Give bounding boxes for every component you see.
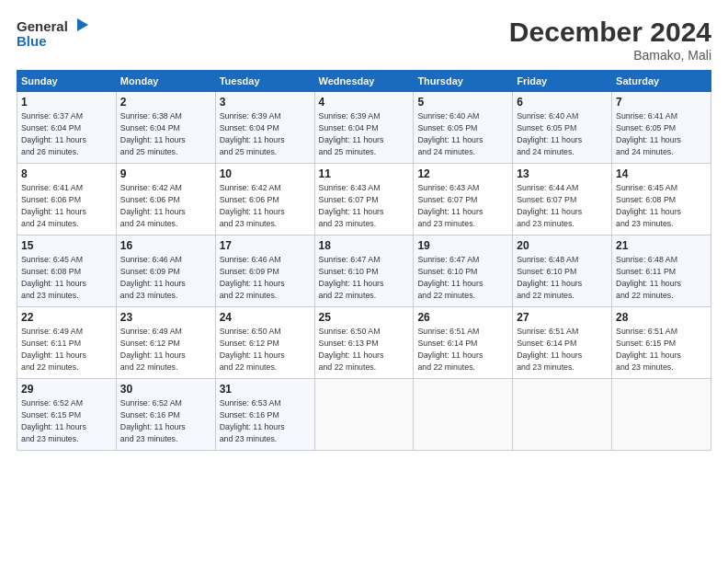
day-number: 20: [517, 239, 608, 252]
table-row: 30Sunrise: 6:52 AMSunset: 6:16 PMDayligh…: [116, 379, 215, 451]
table-row: 6Sunrise: 6:40 AMSunset: 6:05 PMDaylight…: [513, 92, 612, 164]
header-friday: Friday: [513, 71, 612, 92]
day-info: Sunrise: 6:47 AMSunset: 6:10 PMDaylight:…: [417, 255, 483, 300]
day-number: 22: [21, 311, 112, 324]
page: General Blue December 2024 Bamako, Mali …: [0, 0, 728, 563]
day-info: Sunrise: 6:43 AMSunset: 6:07 PMDaylight:…: [417, 183, 483, 228]
day-info: Sunrise: 6:53 AMSunset: 6:16 PMDaylight:…: [220, 398, 285, 443]
day-info: Sunrise: 6:41 AMSunset: 6:06 PMDaylight:…: [21, 183, 86, 228]
table-row: 31Sunrise: 6:53 AMSunset: 6:16 PMDayligh…: [215, 379, 314, 451]
calendar-week-4: 22Sunrise: 6:49 AMSunset: 6:11 PMDayligh…: [17, 307, 711, 379]
table-row: 1Sunrise: 6:37 AMSunset: 6:04 PMDaylight…: [17, 92, 117, 164]
svg-marker-0: [77, 18, 88, 31]
day-info: Sunrise: 6:41 AMSunset: 6:05 PMDaylight:…: [616, 111, 681, 156]
day-info: Sunrise: 6:52 AMSunset: 6:16 PMDaylight:…: [120, 398, 186, 443]
day-info: Sunrise: 6:39 AMSunset: 6:04 PMDaylight:…: [220, 111, 285, 156]
day-number: 30: [120, 383, 211, 396]
day-info: Sunrise: 6:49 AMSunset: 6:12 PMDaylight:…: [120, 327, 186, 372]
header-thursday: Thursday: [414, 71, 513, 92]
table-row: 19Sunrise: 6:47 AMSunset: 6:10 PMDayligh…: [414, 236, 513, 307]
calendar-week-2: 8Sunrise: 6:41 AMSunset: 6:06 PMDaylight…: [17, 164, 711, 236]
header: General Blue December 2024 Bamako, Mali: [17, 17, 711, 63]
day-number: 24: [220, 311, 311, 324]
day-number: 6: [517, 96, 608, 109]
day-number: 13: [517, 167, 608, 180]
table-row: 16Sunrise: 6:46 AMSunset: 6:09 PMDayligh…: [116, 236, 215, 307]
header-sunday: Sunday: [17, 71, 117, 92]
day-info: Sunrise: 6:42 AMSunset: 6:06 PMDaylight:…: [120, 183, 186, 228]
table-row: 4Sunrise: 6:39 AMSunset: 6:04 PMDaylight…: [314, 92, 414, 164]
day-info: Sunrise: 6:42 AMSunset: 6:06 PMDaylight:…: [220, 183, 285, 228]
table-row: 29Sunrise: 6:52 AMSunset: 6:15 PMDayligh…: [17, 379, 117, 451]
day-number: 16: [120, 239, 211, 252]
day-number: 7: [616, 96, 707, 109]
day-info: Sunrise: 6:52 AMSunset: 6:15 PMDaylight:…: [21, 398, 86, 443]
header-wednesday: Wednesday: [314, 71, 414, 92]
day-info: Sunrise: 6:40 AMSunset: 6:05 PMDaylight:…: [517, 111, 582, 156]
logo: General Blue: [17, 17, 90, 49]
calendar-table: Sunday Monday Tuesday Wednesday Thursday…: [17, 70, 711, 451]
table-row: 17Sunrise: 6:46 AMSunset: 6:09 PMDayligh…: [215, 236, 314, 307]
day-number: 19: [417, 239, 508, 252]
calendar-subtitle: Bamako, Mali: [509, 48, 711, 63]
table-row: 22Sunrise: 6:49 AMSunset: 6:11 PMDayligh…: [17, 307, 117, 379]
day-info: Sunrise: 6:43 AMSunset: 6:07 PMDaylight:…: [319, 183, 384, 228]
day-info: Sunrise: 6:47 AMSunset: 6:10 PMDaylight:…: [319, 255, 384, 300]
day-info: Sunrise: 6:48 AMSunset: 6:10 PMDaylight:…: [517, 255, 582, 300]
table-row: 20Sunrise: 6:48 AMSunset: 6:10 PMDayligh…: [513, 236, 612, 307]
table-row: 24Sunrise: 6:50 AMSunset: 6:12 PMDayligh…: [215, 307, 314, 379]
day-info: Sunrise: 6:45 AMSunset: 6:08 PMDaylight:…: [21, 255, 86, 300]
calendar-week-3: 15Sunrise: 6:45 AMSunset: 6:08 PMDayligh…: [17, 236, 711, 307]
day-info: Sunrise: 6:49 AMSunset: 6:11 PMDaylight:…: [21, 327, 86, 372]
title-block: December 2024 Bamako, Mali: [509, 17, 711, 63]
table-row: 12Sunrise: 6:43 AMSunset: 6:07 PMDayligh…: [414, 164, 513, 236]
table-row: 14Sunrise: 6:45 AMSunset: 6:08 PMDayligh…: [612, 164, 711, 236]
day-info: Sunrise: 6:44 AMSunset: 6:07 PMDaylight:…: [517, 183, 582, 228]
day-info: Sunrise: 6:51 AMSunset: 6:14 PMDaylight:…: [417, 327, 483, 372]
day-number: 14: [616, 167, 707, 180]
table-row: 26Sunrise: 6:51 AMSunset: 6:14 PMDayligh…: [414, 307, 513, 379]
table-row: 13Sunrise: 6:44 AMSunset: 6:07 PMDayligh…: [513, 164, 612, 236]
day-number: 11: [319, 167, 410, 180]
day-info: Sunrise: 6:45 AMSunset: 6:08 PMDaylight:…: [616, 183, 681, 228]
day-number: 21: [616, 239, 707, 252]
day-info: Sunrise: 6:48 AMSunset: 6:11 PMDaylight:…: [616, 255, 681, 300]
day-number: 29: [21, 383, 112, 396]
table-row: 10Sunrise: 6:42 AMSunset: 6:06 PMDayligh…: [215, 164, 314, 236]
day-info: Sunrise: 6:46 AMSunset: 6:09 PMDaylight:…: [220, 255, 285, 300]
table-row: 27Sunrise: 6:51 AMSunset: 6:14 PMDayligh…: [513, 307, 612, 379]
table-row: 5Sunrise: 6:40 AMSunset: 6:05 PMDaylight…: [414, 92, 513, 164]
table-row: [314, 379, 414, 451]
day-number: 23: [120, 311, 211, 324]
day-number: 1: [21, 96, 112, 109]
table-row: 28Sunrise: 6:51 AMSunset: 6:15 PMDayligh…: [612, 307, 711, 379]
day-number: 10: [220, 167, 311, 180]
table-row: 9Sunrise: 6:42 AMSunset: 6:06 PMDaylight…: [116, 164, 215, 236]
calendar-week-1: 1Sunrise: 6:37 AMSunset: 6:04 PMDaylight…: [17, 92, 711, 164]
table-row: 15Sunrise: 6:45 AMSunset: 6:08 PMDayligh…: [17, 236, 117, 307]
table-row: 25Sunrise: 6:50 AMSunset: 6:13 PMDayligh…: [314, 307, 414, 379]
day-number: 26: [417, 311, 508, 324]
day-number: 9: [120, 167, 211, 180]
day-info: Sunrise: 6:51 AMSunset: 6:15 PMDaylight:…: [616, 327, 681, 372]
day-number: 31: [220, 383, 311, 396]
header-tuesday: Tuesday: [215, 71, 314, 92]
day-number: 5: [417, 96, 508, 109]
day-info: Sunrise: 6:50 AMSunset: 6:12 PMDaylight:…: [220, 327, 285, 372]
calendar-week-5: 29Sunrise: 6:52 AMSunset: 6:15 PMDayligh…: [17, 379, 711, 451]
day-number: 28: [616, 311, 707, 324]
table-row: 18Sunrise: 6:47 AMSunset: 6:10 PMDayligh…: [314, 236, 414, 307]
logo-general: General: [17, 18, 68, 34]
day-number: 27: [517, 311, 608, 324]
day-number: 8: [21, 167, 112, 180]
day-info: Sunrise: 6:39 AMSunset: 6:04 PMDaylight:…: [319, 111, 384, 156]
day-number: 2: [120, 96, 211, 109]
day-number: 4: [319, 96, 410, 109]
table-row: [612, 379, 711, 451]
table-row: 3Sunrise: 6:39 AMSunset: 6:04 PMDaylight…: [215, 92, 314, 164]
day-number: 12: [417, 167, 508, 180]
logo-icon: [70, 15, 90, 35]
table-row: 7Sunrise: 6:41 AMSunset: 6:05 PMDaylight…: [612, 92, 711, 164]
day-number: 3: [220, 96, 311, 109]
day-number: 25: [319, 311, 410, 324]
